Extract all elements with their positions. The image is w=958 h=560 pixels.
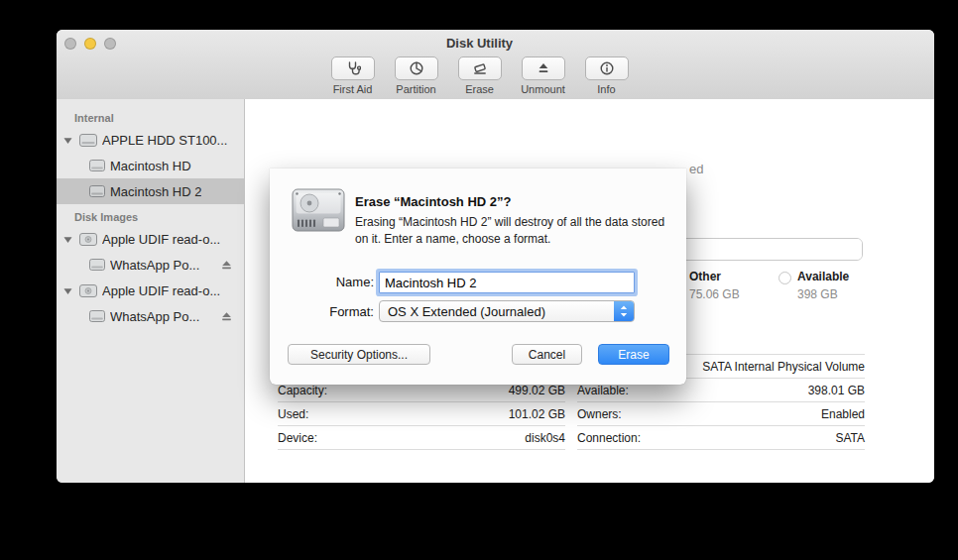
- toolbar-item-partition: Partition: [390, 56, 443, 95]
- name-input[interactable]: [379, 272, 635, 293]
- toolbar-item-erase: Erase: [453, 56, 507, 95]
- toolbar-label: Partition: [396, 83, 435, 95]
- sidebar-item-label: WhatsApp Po...: [110, 309, 199, 324]
- name-field-label: Name:: [270, 275, 374, 289]
- dialog-message: Erasing “Macintosh HD 2” will destroy of…: [355, 214, 674, 248]
- erase-confirm-button[interactable]: Erase: [598, 344, 669, 365]
- stethoscope-icon: [345, 60, 361, 76]
- sidebar-section-internal: Internal: [57, 109, 244, 127]
- titlebar[interactable]: Disk Utility: [57, 30, 934, 56]
- info-row-owners: Owners: Enabled: [577, 402, 865, 426]
- cancel-button[interactable]: Cancel: [512, 344, 582, 365]
- info-value: 398.01 GB: [808, 384, 865, 397]
- disk-image-icon: [79, 233, 97, 246]
- partition-pie-icon: [409, 60, 424, 76]
- desktop-background: Disk Utility First Aid: [0, 0, 958, 560]
- sidebar-item-macintosh-hd-2[interactable]: Macintosh HD 2: [57, 178, 244, 204]
- sidebar-item-label: Apple UDIF read-o...: [102, 283, 220, 298]
- volume-icon: [89, 160, 105, 171]
- sidebar-item-whatsapp-1[interactable]: WhatsApp Po...: [57, 252, 244, 278]
- eject-icon[interactable]: [221, 260, 232, 271]
- volume-icon: [89, 185, 105, 197]
- info-row-device: Device: disk0s4: [278, 426, 565, 450]
- info-button[interactable]: [585, 56, 629, 80]
- window-header: Disk Utility First Aid: [57, 30, 934, 100]
- partition-button[interactable]: [395, 56, 438, 80]
- format-dropdown-value: OS X Extended (Journaled): [388, 304, 545, 319]
- toolbar-label: Unmount: [521, 83, 565, 95]
- partial-subtitle-text: ed: [689, 162, 703, 176]
- info-label: Capacity:: [278, 384, 327, 397]
- toolbar-label: First Aid: [333, 83, 373, 95]
- dropdown-stepper-icon: [614, 301, 634, 321]
- info-label: Used:: [278, 407, 308, 421]
- sidebar-item-apple-udif-1[interactable]: Apple UDIF read-o...: [57, 226, 244, 252]
- info-value: disk0s4: [525, 431, 565, 445]
- toolbar: First Aid Partition: [57, 56, 918, 95]
- info-icon: [599, 60, 615, 76]
- disclosure-triangle-icon[interactable]: [63, 136, 73, 145]
- legend-dot-available: [778, 272, 791, 284]
- toolbar-item-info: Info: [580, 56, 634, 95]
- eraser-icon: [472, 60, 488, 76]
- format-dropdown[interactable]: OS X Extended (Journaled): [379, 300, 635, 322]
- sidebar-item-apple-hdd[interactable]: APPLE HDD ST100...: [57, 127, 244, 153]
- sidebar-item-label: Macintosh HD: [110, 159, 191, 173]
- volume-icon: [89, 310, 105, 322]
- security-options-button[interactable]: Security Options...: [288, 344, 430, 365]
- sidebar: Internal APPLE HDD ST100... Macinto: [57, 99, 245, 483]
- format-field-label: Format:: [270, 304, 374, 319]
- disk-icon: [79, 134, 97, 147]
- legend-value-other: 75.06 GB: [689, 287, 740, 301]
- toolbar-item-unmount: Unmount: [517, 56, 570, 95]
- sidebar-item-label: Macintosh HD 2: [110, 184, 201, 199]
- dialog-title: Erase “Macintosh HD 2”?: [355, 194, 512, 209]
- sidebar-item-macintosh-hd[interactable]: Macintosh HD: [57, 153, 244, 178]
- volume-icon: [89, 259, 105, 271]
- info-label: Connection:: [577, 431, 641, 445]
- toolbar-item-first-aid: First Aid: [326, 56, 380, 95]
- eject-icon: [536, 60, 551, 76]
- erase-button[interactable]: [458, 56, 502, 80]
- toolbar-label: Erase: [465, 83, 494, 95]
- info-label: Available:: [577, 384, 629, 397]
- unmount-button[interactable]: [522, 56, 565, 80]
- info-value: SATA: [835, 431, 865, 445]
- legend-label-other: Other: [689, 270, 721, 283]
- info-label: Owners:: [577, 407, 622, 421]
- info-row-connection: Connection: SATA: [577, 426, 865, 450]
- info-value: 499.02 GB: [509, 384, 565, 397]
- sidebar-item-apple-udif-2[interactable]: Apple UDIF read-o...: [57, 278, 244, 303]
- legend-label-available: Available: [797, 270, 849, 283]
- info-label: Device:: [278, 431, 317, 445]
- info-value: 101.02 GB: [509, 407, 565, 421]
- window-body: Internal APPLE HDD ST100... Macinto: [57, 99, 934, 483]
- window-title: Disk Utility: [57, 36, 918, 51]
- sidebar-item-label: APPLE HDD ST100...: [102, 133, 227, 148]
- info-row-used: Used: 101.02 GB: [278, 402, 565, 426]
- info-value: Enabled: [821, 407, 865, 421]
- eject-icon[interactable]: [221, 311, 232, 322]
- sidebar-item-label: Apple UDIF read-o...: [102, 232, 220, 247]
- disclosure-triangle-icon[interactable]: [63, 235, 73, 244]
- erase-dialog: Erase “Macintosh HD 2”? Erasing “Macinto…: [270, 168, 686, 385]
- disk-utility-window: Disk Utility First Aid: [57, 30, 934, 483]
- hard-drive-icon: [290, 184, 347, 242]
- info-value: SATA Internal Physical Volume: [702, 360, 865, 374]
- sidebar-section-disk-images: Disk Images: [57, 208, 244, 226]
- disclosure-triangle-icon[interactable]: [63, 286, 73, 295]
- sidebar-item-whatsapp-2[interactable]: WhatsApp Po...: [57, 303, 244, 329]
- toolbar-label: Info: [597, 83, 615, 95]
- sidebar-item-label: WhatsApp Po...: [110, 258, 199, 273]
- disk-image-icon: [79, 284, 97, 297]
- first-aid-button[interactable]: [331, 56, 375, 80]
- legend-value-available: 398 GB: [797, 287, 838, 301]
